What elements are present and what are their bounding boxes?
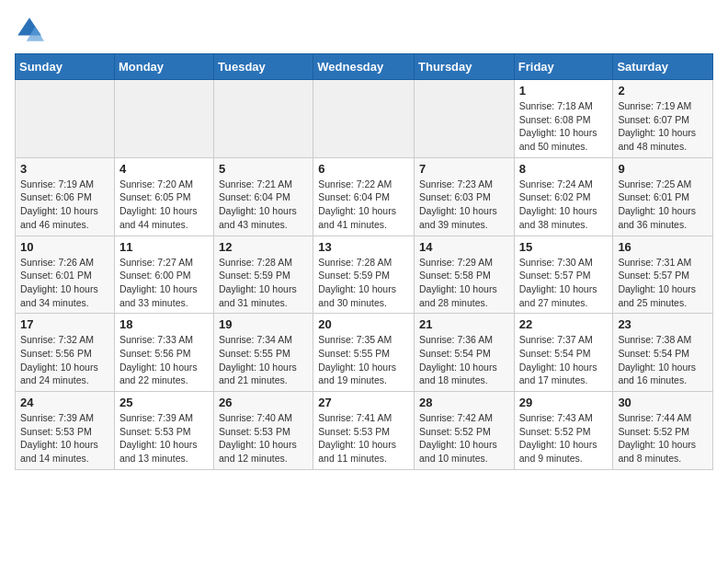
day-info: Sunrise: 7:23 AM Sunset: 6:03 PM Dayligh…: [419, 178, 509, 232]
logo: [15, 15, 50, 44]
day-info: Sunrise: 7:22 AM Sunset: 6:04 PM Dayligh…: [318, 178, 409, 232]
calendar-table: SundayMondayTuesdayWednesdayThursdayFrid…: [15, 53, 713, 470]
day-info: Sunrise: 7:33 AM Sunset: 5:56 PM Dayligh…: [119, 333, 209, 387]
calendar-cell: 23Sunrise: 7:38 AM Sunset: 5:54 PM Dayli…: [613, 314, 713, 392]
day-number: 27: [318, 396, 409, 409]
calendar-cell: 6Sunrise: 7:22 AM Sunset: 6:04 PM Daylig…: [313, 157, 415, 236]
day-info: Sunrise: 7:26 AM Sunset: 6:01 PM Dayligh…: [20, 256, 109, 310]
calendar-cell: 25Sunrise: 7:39 AM Sunset: 5:53 PM Dayli…: [114, 392, 213, 470]
day-number: 28: [419, 396, 509, 409]
day-number: 16: [618, 240, 708, 254]
calendar-cell: 13Sunrise: 7:28 AM Sunset: 5:59 PM Dayli…: [313, 236, 415, 314]
day-number: 25: [119, 396, 209, 409]
calendar-week-row: 1Sunrise: 7:18 AM Sunset: 6:08 PM Daylig…: [16, 80, 713, 158]
calendar-cell: 10Sunrise: 7:26 AM Sunset: 6:01 PM Dayli…: [16, 236, 115, 314]
day-info: Sunrise: 7:42 AM Sunset: 5:52 PM Dayligh…: [419, 411, 509, 465]
calendar-cell: 16Sunrise: 7:31 AM Sunset: 5:57 PM Dayli…: [613, 236, 713, 314]
day-info: Sunrise: 7:28 AM Sunset: 5:59 PM Dayligh…: [219, 256, 308, 310]
day-info: Sunrise: 7:32 AM Sunset: 5:56 PM Dayligh…: [20, 333, 109, 387]
day-number: 24: [20, 396, 109, 409]
calendar-cell: [16, 80, 115, 158]
day-info: Sunrise: 7:38 AM Sunset: 5:54 PM Dayligh…: [618, 333, 708, 387]
calendar-cell: 26Sunrise: 7:40 AM Sunset: 5:53 PM Dayli…: [214, 392, 313, 470]
day-number: 1: [519, 84, 609, 98]
calendar-week-row: 10Sunrise: 7:26 AM Sunset: 6:01 PM Dayli…: [16, 236, 713, 314]
day-info: Sunrise: 7:19 AM Sunset: 6:06 PM Dayligh…: [20, 178, 109, 232]
weekday-header: Monday: [114, 54, 213, 80]
calendar-cell: 28Sunrise: 7:42 AM Sunset: 5:52 PM Dayli…: [415, 392, 515, 470]
day-info: Sunrise: 7:41 AM Sunset: 5:53 PM Dayligh…: [318, 411, 409, 465]
day-info: Sunrise: 7:27 AM Sunset: 6:00 PM Dayligh…: [119, 256, 209, 310]
day-number: 8: [519, 162, 609, 176]
calendar-cell: 1Sunrise: 7:18 AM Sunset: 6:08 PM Daylig…: [514, 80, 613, 158]
calendar-cell: 18Sunrise: 7:33 AM Sunset: 5:56 PM Dayli…: [114, 314, 213, 392]
day-info: Sunrise: 7:24 AM Sunset: 6:02 PM Dayligh…: [519, 178, 609, 232]
weekday-header: Saturday: [613, 54, 713, 80]
calendar-cell: 3Sunrise: 7:19 AM Sunset: 6:06 PM Daylig…: [16, 157, 115, 236]
day-info: Sunrise: 7:43 AM Sunset: 5:52 PM Dayligh…: [519, 411, 609, 465]
day-number: 10: [20, 240, 109, 254]
calendar-cell: 2Sunrise: 7:19 AM Sunset: 6:07 PM Daylig…: [613, 80, 713, 158]
day-number: 18: [119, 317, 209, 331]
day-info: Sunrise: 7:18 AM Sunset: 6:08 PM Dayligh…: [519, 99, 609, 154]
day-info: Sunrise: 7:21 AM Sunset: 6:04 PM Dayligh…: [219, 178, 308, 232]
calendar-cell: 19Sunrise: 7:34 AM Sunset: 5:55 PM Dayli…: [214, 314, 313, 392]
day-info: Sunrise: 7:29 AM Sunset: 5:58 PM Dayligh…: [419, 256, 509, 310]
calendar-cell: 30Sunrise: 7:44 AM Sunset: 5:52 PM Dayli…: [613, 392, 713, 470]
calendar-cell: 15Sunrise: 7:30 AM Sunset: 5:57 PM Dayli…: [514, 236, 613, 314]
day-number: 15: [519, 240, 609, 254]
day-info: Sunrise: 7:40 AM Sunset: 5:53 PM Dayligh…: [219, 411, 308, 465]
day-number: 23: [618, 317, 708, 331]
calendar-cell: 22Sunrise: 7:37 AM Sunset: 5:54 PM Dayli…: [514, 314, 613, 392]
day-number: 30: [618, 396, 708, 409]
day-info: Sunrise: 7:28 AM Sunset: 5:59 PM Dayligh…: [318, 256, 409, 310]
calendar-cell: 29Sunrise: 7:43 AM Sunset: 5:52 PM Dayli…: [514, 392, 613, 470]
calendar-week-row: 24Sunrise: 7:39 AM Sunset: 5:53 PM Dayli…: [16, 392, 713, 470]
day-info: Sunrise: 7:20 AM Sunset: 6:05 PM Dayligh…: [119, 178, 209, 232]
calendar-cell: 14Sunrise: 7:29 AM Sunset: 5:58 PM Dayli…: [415, 236, 515, 314]
day-number: 20: [318, 317, 409, 331]
day-number: 5: [219, 162, 308, 176]
day-number: 14: [419, 240, 509, 254]
day-number: 2: [618, 84, 708, 98]
day-number: 17: [20, 317, 109, 331]
day-info: Sunrise: 7:36 AM Sunset: 5:54 PM Dayligh…: [419, 333, 509, 387]
logo-icon: [15, 15, 44, 44]
day-info: Sunrise: 7:37 AM Sunset: 5:54 PM Dayligh…: [519, 333, 609, 387]
calendar-cell: 9Sunrise: 7:25 AM Sunset: 6:01 PM Daylig…: [613, 157, 713, 236]
day-info: Sunrise: 7:30 AM Sunset: 5:57 PM Dayligh…: [519, 256, 609, 310]
calendar-cell: 7Sunrise: 7:23 AM Sunset: 6:03 PM Daylig…: [415, 157, 515, 236]
calendar-cell: [313, 80, 415, 158]
day-number: 19: [219, 317, 308, 331]
weekday-header: Tuesday: [214, 54, 313, 80]
calendar-cell: [415, 80, 515, 158]
calendar-cell: 27Sunrise: 7:41 AM Sunset: 5:53 PM Dayli…: [313, 392, 415, 470]
weekday-header: Sunday: [16, 54, 115, 80]
calendar-cell: [114, 80, 213, 158]
page-header: [15, 15, 713, 44]
weekday-header: Friday: [514, 54, 613, 80]
calendar-header-row: SundayMondayTuesdayWednesdayThursdayFrid…: [16, 54, 713, 80]
day-number: 13: [318, 240, 409, 254]
calendar-cell: 5Sunrise: 7:21 AM Sunset: 6:04 PM Daylig…: [214, 157, 313, 236]
weekday-header: Thursday: [415, 54, 515, 80]
calendar-cell: 4Sunrise: 7:20 AM Sunset: 6:05 PM Daylig…: [114, 157, 213, 236]
calendar-cell: 11Sunrise: 7:27 AM Sunset: 6:00 PM Dayli…: [114, 236, 213, 314]
day-number: 9: [618, 162, 708, 176]
day-number: 3: [20, 162, 109, 176]
day-number: 7: [419, 162, 509, 176]
day-info: Sunrise: 7:39 AM Sunset: 5:53 PM Dayligh…: [119, 411, 209, 465]
day-info: Sunrise: 7:34 AM Sunset: 5:55 PM Dayligh…: [219, 333, 308, 387]
calendar-cell: 12Sunrise: 7:28 AM Sunset: 5:59 PM Dayli…: [214, 236, 313, 314]
calendar-cell: [214, 80, 313, 158]
calendar-cell: 17Sunrise: 7:32 AM Sunset: 5:56 PM Dayli…: [16, 314, 115, 392]
day-number: 4: [119, 162, 209, 176]
weekday-header: Wednesday: [313, 54, 415, 80]
day-number: 21: [419, 317, 509, 331]
day-number: 12: [219, 240, 308, 254]
day-number: 11: [119, 240, 209, 254]
calendar-cell: 24Sunrise: 7:39 AM Sunset: 5:53 PM Dayli…: [16, 392, 115, 470]
day-info: Sunrise: 7:31 AM Sunset: 5:57 PM Dayligh…: [618, 256, 708, 310]
calendar-cell: 21Sunrise: 7:36 AM Sunset: 5:54 PM Dayli…: [415, 314, 515, 392]
calendar-week-row: 17Sunrise: 7:32 AM Sunset: 5:56 PM Dayli…: [16, 314, 713, 392]
